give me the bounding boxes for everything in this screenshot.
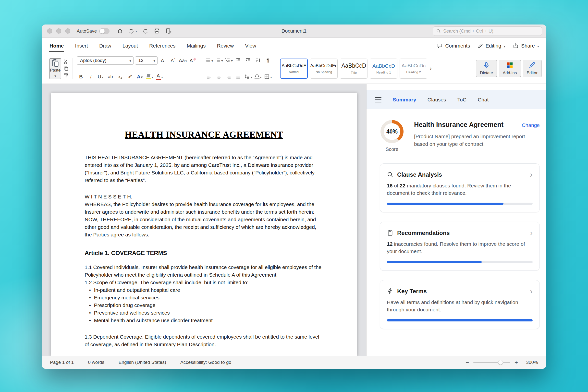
styles-gallery-more-button[interactable] bbox=[430, 65, 432, 72]
document-page[interactable]: HEALTH INSURANCE AGREEMENT THIS HEALTH I… bbox=[51, 92, 357, 356]
panel-tab-toc[interactable]: ToC bbox=[458, 97, 466, 103]
comments-button[interactable]: Comments bbox=[437, 43, 470, 49]
increase-indent-button[interactable] bbox=[244, 56, 252, 64]
align-left-button[interactable] bbox=[205, 73, 213, 80]
panel-tab-bar: Summary Clauses ToC Chat bbox=[366, 90, 546, 109]
home-icon[interactable] bbox=[117, 28, 123, 34]
chevron-down-icon bbox=[185, 58, 187, 64]
strikethrough-button[interactable]: ab bbox=[106, 73, 114, 80]
redo-button[interactable] bbox=[142, 28, 148, 34]
doc-clause-1-1: 1.1 Covered Individuals. Insurer shall p… bbox=[85, 264, 324, 278]
style-title[interactable]: AaBbCcD Title bbox=[340, 58, 368, 79]
zoom-controls: 300% bbox=[466, 359, 538, 366]
tab-draw[interactable]: Draw bbox=[99, 40, 112, 52]
editing-mode-button[interactable]: Editing bbox=[478, 43, 506, 49]
copy-button[interactable] bbox=[64, 66, 68, 71]
minimize-button[interactable] bbox=[56, 28, 61, 34]
tab-layout[interactable]: Layout bbox=[122, 40, 138, 52]
tab-insert[interactable]: Insert bbox=[74, 40, 88, 52]
align-center-button[interactable] bbox=[214, 73, 223, 80]
recommendations-card[interactable]: Recommendations 12 inaccuracies found. R… bbox=[380, 222, 540, 271]
clause-analysis-description: 16 of 22 mandatory clauses found. Review… bbox=[387, 182, 533, 197]
style-heading-1[interactable]: AaBbCcD Heading 1 bbox=[370, 58, 398, 79]
quick-access-toolbar bbox=[117, 28, 172, 34]
zoom-in-button[interactable] bbox=[514, 359, 518, 366]
multilevel-list-button[interactable] bbox=[224, 56, 233, 64]
add-ins-button[interactable]: Add-ins bbox=[499, 60, 521, 77]
clear-formatting-button[interactable]: A bbox=[188, 56, 197, 64]
borders-button[interactable] bbox=[264, 73, 272, 80]
clause-analysis-card[interactable]: Clause Analysis 16 of 22 mandatory claus… bbox=[380, 164, 540, 212]
accessibility-status[interactable]: Accessibility: Good to go bbox=[180, 360, 231, 365]
print-button[interactable] bbox=[154, 28, 160, 34]
search-bar[interactable] bbox=[433, 26, 542, 36]
shading-button[interactable] bbox=[254, 73, 262, 80]
superscript-button[interactable]: x² bbox=[126, 73, 134, 80]
close-button[interactable] bbox=[47, 28, 52, 34]
dictate-button[interactable]: Dictate bbox=[476, 60, 497, 77]
search-input[interactable] bbox=[443, 28, 539, 34]
show-paragraph-marks-button[interactable]: ¶ bbox=[264, 56, 272, 64]
edit-document-icon[interactable] bbox=[166, 28, 172, 34]
subscript-button[interactable]: x₂ bbox=[116, 73, 124, 80]
format-painter-button[interactable] bbox=[64, 73, 68, 78]
panel-tab-chat[interactable]: Chat bbox=[478, 97, 488, 103]
zoom-slider[interactable] bbox=[473, 362, 510, 363]
panel-tab-clauses[interactable]: Clauses bbox=[428, 97, 446, 103]
tab-references[interactable]: References bbox=[149, 40, 176, 52]
undo-button[interactable] bbox=[128, 28, 137, 34]
menu-icon[interactable] bbox=[375, 97, 382, 102]
paste-button[interactable]: Paste bbox=[50, 58, 61, 79]
decrease-indent-button[interactable] bbox=[234, 56, 242, 64]
zoom-slider-thumb[interactable] bbox=[498, 360, 503, 365]
italic-button[interactable]: I bbox=[86, 73, 95, 80]
font-size-select[interactable]: 12 bbox=[135, 56, 158, 65]
chevron-down-icon bbox=[161, 74, 163, 80]
panel-tab-summary[interactable]: Summary bbox=[393, 97, 416, 103]
line-spacing-button[interactable] bbox=[244, 73, 252, 80]
chevron-down-icon bbox=[221, 58, 223, 63]
word-count[interactable]: 0 words bbox=[88, 360, 104, 365]
highlight-button[interactable] bbox=[145, 73, 154, 80]
bold-button[interactable]: B bbox=[77, 73, 85, 80]
editor-button[interactable]: Editor bbox=[523, 60, 542, 77]
tab-mailings[interactable]: Mailings bbox=[186, 40, 206, 52]
tab-home[interactable]: Home bbox=[49, 40, 64, 52]
sort-button[interactable] bbox=[254, 56, 262, 64]
doc-whereas-paragraph: WHEREAS, the Policyholder desires to pro… bbox=[85, 200, 324, 238]
chevron-down-icon bbox=[260, 74, 262, 80]
zoom-button[interactable] bbox=[65, 28, 70, 34]
justify-button[interactable] bbox=[234, 73, 242, 80]
key-terms-card[interactable]: Key Terms Have all terms and definitions… bbox=[380, 280, 540, 329]
style-heading-2[interactable]: AaBbCcDc Heading 2 bbox=[400, 58, 427, 79]
text-effects-button[interactable]: A bbox=[136, 73, 144, 80]
share-button[interactable]: Share bbox=[513, 43, 539, 49]
zoom-out-button[interactable] bbox=[466, 359, 469, 366]
numbering-button[interactable] bbox=[214, 56, 223, 64]
page-count[interactable]: Page 1 of 1 bbox=[50, 360, 74, 365]
change-link[interactable]: Change bbox=[522, 122, 540, 128]
underline-button[interactable]: U bbox=[96, 73, 104, 80]
font-name-select[interactable]: Aptos (body) bbox=[77, 56, 134, 65]
cut-button[interactable] bbox=[64, 59, 68, 64]
recommendations-icon bbox=[387, 230, 394, 236]
align-right-button[interactable] bbox=[224, 73, 233, 80]
style-normal[interactable]: AaBbCcDdE Normal bbox=[280, 58, 308, 79]
autosave-toggle[interactable] bbox=[99, 28, 110, 34]
shrink-font-button[interactable]: A bbox=[169, 56, 177, 64]
change-case-button[interactable]: Aa bbox=[178, 56, 187, 64]
doc-bullet-item: Emergency medical services bbox=[87, 294, 324, 301]
grow-font-button[interactable]: A bbox=[159, 56, 167, 64]
zoom-percentage[interactable]: 300% bbox=[522, 360, 538, 365]
font-color-button[interactable]: A bbox=[155, 73, 164, 80]
comment-icon bbox=[437, 43, 443, 49]
clause-analysis-progress bbox=[387, 202, 533, 205]
bullets-button[interactable] bbox=[205, 56, 213, 64]
tab-view[interactable]: View bbox=[244, 40, 256, 52]
clipboard-group: Paste bbox=[46, 56, 72, 80]
style-no-spacing[interactable]: AaBbCcDdEe No Spacing bbox=[310, 58, 338, 79]
chevron-down-icon bbox=[537, 43, 539, 49]
language-status[interactable]: English (United States) bbox=[118, 360, 166, 365]
tab-review[interactable]: Review bbox=[216, 40, 234, 52]
score-value: 40% bbox=[386, 128, 398, 135]
